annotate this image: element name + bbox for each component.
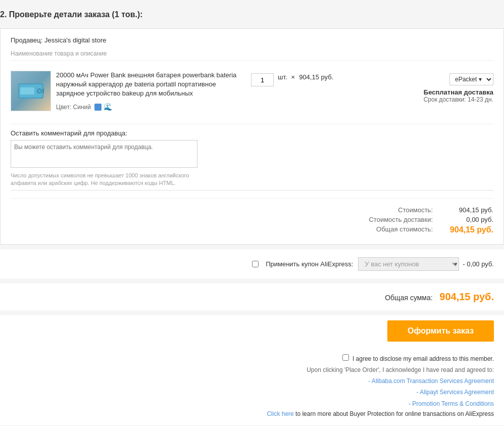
email-agree-checkbox[interactable] <box>342 354 349 361</box>
place-order-button[interactable]: Оформить заказ <box>387 320 494 342</box>
times-symbol: × <box>291 73 295 81</box>
alipay-agreement-link[interactable]: - Alipayt Services Agreement <box>417 389 494 396</box>
section-title: 2. Проверьте детали заказа (1 тов.): <box>0 5 504 24</box>
coupon-checkbox[interactable] <box>252 261 259 267</box>
cost-row: Стоимость: 904,15 руб. <box>11 206 493 214</box>
buyer-protection-link[interactable]: Click here <box>267 410 293 417</box>
free-shipping-label: Бесплатная доставка <box>402 88 493 96</box>
svg-rect-3 <box>20 87 34 94</box>
order-totals: Стоимость: 904,15 руб. Стоимость доставк… <box>11 198 493 234</box>
coupon-discount: - 0,00 руб. <box>463 260 494 268</box>
total-row: Общая стоимость: 904,15 руб. <box>11 225 493 234</box>
email-agree-row: I agree to disclose my email address to … <box>10 354 494 364</box>
unit-price: 904,15 руб. <box>299 73 333 81</box>
comment-hint: Число допустимых символов не превышает 1… <box>11 172 213 187</box>
total-label: Общая стоимость: <box>376 225 433 234</box>
alipay-agreement-row: - Alipayt Services Agreement <box>10 388 494 397</box>
color-swatch <box>94 104 102 111</box>
comment-label: Оставить комментарий для продавца: <box>11 129 493 137</box>
total-value: 904,15 руб. <box>443 225 493 234</box>
acknowledge-row: Upon clicking 'Place Order', I acknowled… <box>10 365 494 375</box>
shipping-label: Стоимость доставки: <box>369 216 433 223</box>
svg-point-5 <box>38 89 41 92</box>
order-summary: Общая сумма: 904,15 руб. <box>0 283 504 310</box>
product-color: Цвет: Синий 🌊 <box>56 103 246 111</box>
comment-textarea[interactable] <box>11 140 197 168</box>
buyer-protection-row: Click here to learn more about Buyer Pro… <box>10 410 494 417</box>
cost-label: Стоимость: <box>398 206 433 214</box>
shipping-section: ePacket ▾ Бесплатная доставка Срок доста… <box>402 71 493 103</box>
coupon-label: Применить купон AliExpress: <box>266 260 353 268</box>
shipping-row: Стоимость доставки: 0,00 руб. <box>11 216 493 223</box>
order-card: Продавец: Jessica's digital store Наимен… <box>0 28 504 245</box>
product-info: 20000 мАч Power Bank внешняя батарея pow… <box>51 71 251 111</box>
coupon-section: Применить купон AliExpress: У вас нет ку… <box>0 250 504 278</box>
qty-unit: шт. <box>278 73 287 81</box>
grand-total-value: 904,15 руб. <box>439 291 494 302</box>
product-image <box>11 71 51 111</box>
grand-total-label: Общая сумма: <box>385 294 432 302</box>
shipping-value: 0,00 руб. <box>443 216 493 223</box>
shipping-method-select[interactable]: ePacket ▾ <box>449 73 493 85</box>
place-order-section: Оформить заказ <box>0 315 504 349</box>
qty-price-section: 1 шт. × 904,15 руб. <box>251 71 402 86</box>
promotion-terms-link[interactable]: - Promotion Terms & Conditions <box>409 400 494 407</box>
seller-info: Продавец: Jessica's digital store <box>11 36 493 44</box>
delivery-time: Срок доставки: 14-23 дн. <box>402 96 493 103</box>
comment-section: Оставить комментарий для продавца: Число… <box>11 124 493 187</box>
promotion-terms-row: - Promotion Terms & Conditions <box>10 399 494 409</box>
alibaba-agreement-row: - Alibaba.com Transaction Services Agree… <box>10 376 494 386</box>
product-row: 20000 мАч Power Bank внешняя батарея pow… <box>11 66 493 116</box>
col-product-header: Наименование товара и описание <box>11 50 493 57</box>
product-title: 20000 мАч Power Bank внешняя батарея pow… <box>56 71 246 99</box>
legal-section: I agree to disclose my email address to … <box>0 349 504 425</box>
column-headers: Наименование товара и описание <box>11 47 493 61</box>
cost-value: 904,15 руб. <box>443 206 493 214</box>
quantity-input[interactable]: 1 <box>251 73 274 86</box>
coupon-select[interactable]: У вас нет купонов <box>358 257 459 271</box>
alibaba-agreement-link[interactable]: - Alibaba.com Transaction Services Agree… <box>368 377 494 385</box>
